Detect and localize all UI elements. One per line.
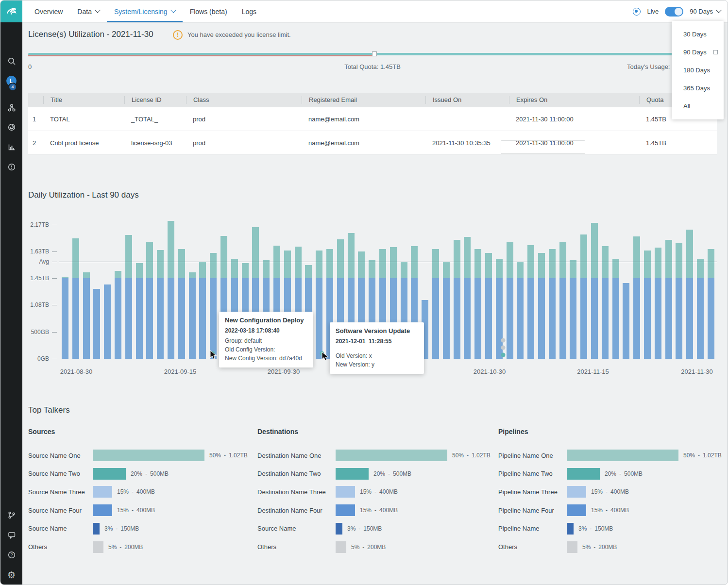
- nav-item-system-licensing[interactable]: System/Licensing: [107, 0, 183, 22]
- usage-bar-overage: [454, 240, 460, 278]
- help-icon[interactable]: ?: [0, 551, 22, 559]
- top-talkers-dash: -: [132, 488, 134, 495]
- top-talkers-size: 400MB: [379, 507, 398, 514]
- top-talkers-bar: [336, 523, 342, 535]
- top-talkers-value: 5%-200MB: [108, 544, 143, 551]
- usage-bar-overage: [178, 249, 185, 278]
- usage-bar-base: [686, 278, 693, 359]
- git-branch-icon[interactable]: [0, 511, 22, 519]
- top-talkers-row: Source Name Two20%-500MB: [28, 468, 169, 480]
- workspace-avatar[interactable]: L 4: [0, 76, 22, 93]
- top-talkers-dash: -: [590, 525, 592, 532]
- search-icon[interactable]: [0, 57, 22, 66]
- nav-item-logs[interactable]: Logs: [235, 0, 264, 22]
- usage-bar-base: [527, 278, 534, 359]
- top-talkers-row: Destination Name Two20%-500MB: [257, 468, 411, 480]
- usage-bar-overage: [496, 259, 503, 278]
- top-talkers-section: SourcesSource Name One50%-1.02TBSource N…: [0, 0, 728, 585]
- column-header-issued-on: Issued On: [425, 96, 509, 104]
- range-selector-value: 90 Days: [690, 8, 713, 15]
- column-header-title: Title: [43, 96, 124, 104]
- y-axis-tick-dash: [52, 359, 57, 359]
- usage-bar-base: [72, 278, 79, 359]
- nav-label: Overview: [34, 8, 63, 16]
- usage-bar-base: [168, 278, 174, 359]
- worker-groups-icon[interactable]: [0, 103, 22, 112]
- usage-bar-overage: [189, 272, 196, 278]
- top-talkers-label: Pipeline Name Four: [498, 507, 567, 514]
- usage-bar-overage: [348, 233, 355, 278]
- notifications-icon[interactable]: [0, 163, 22, 171]
- usage-bar-overage: [295, 247, 302, 278]
- event-marker[interactable]: [501, 353, 506, 357]
- range-selector[interactable]: 90 Days: [690, 8, 721, 15]
- event-marker[interactable]: [501, 346, 506, 350]
- usage-bar-base: [644, 278, 651, 359]
- event-marker[interactable]: [501, 338, 506, 343]
- total-quota-label: Total Quota: 1.45TB: [28, 63, 717, 70]
- live-toggle[interactable]: [665, 7, 683, 17]
- usage-bar-overage: [231, 259, 238, 278]
- table-row: 1 TOTAL _TOTAL_ prod name@email.com 2021…: [28, 107, 717, 131]
- usage-bar-overage: [443, 262, 450, 278]
- usage-bar-overage: [199, 262, 206, 278]
- chevron-down-icon: [170, 7, 176, 13]
- top-talkers-label: Source Name: [28, 525, 93, 532]
- top-talkers-value: 50%-1.02TB: [683, 452, 722, 459]
- usage-bar-base: [580, 278, 587, 359]
- usage-bar-overage: [316, 251, 322, 278]
- top-talkers-dash: -: [116, 525, 118, 532]
- top-talkers-pct: 15%: [360, 488, 372, 495]
- record-icon[interactable]: [0, 123, 22, 132]
- usage-bar-overage: [655, 248, 661, 278]
- top-talkers-dash: -: [388, 470, 390, 477]
- top-talkers-dash: -: [119, 544, 121, 551]
- top-talkers-size: 500MB: [624, 470, 643, 477]
- menu-item-label: 30 Days: [683, 31, 707, 38]
- nav-item-data[interactable]: Data: [70, 0, 107, 22]
- usage-bar-overage: [62, 277, 68, 278]
- y-axis-tick-dash: [52, 262, 57, 262]
- top-talkers-row: Pipeline Name Three15%-400MB: [498, 486, 629, 498]
- chevron-down-icon: [95, 7, 100, 13]
- settings-icon[interactable]: ⚙: [0, 570, 22, 580]
- top-navbar: Overview Data System/Licensing Flows (be…: [22, 0, 728, 23]
- menu-item-30-days[interactable]: 30 Days: [672, 25, 724, 43]
- menu-item-all[interactable]: All: [672, 97, 724, 115]
- usage-bar-base: [115, 278, 121, 359]
- x-axis-tick-label: 2021-11-15: [577, 368, 609, 375]
- top-talkers-dash: -: [145, 470, 147, 477]
- usage-bar-base: [570, 278, 576, 359]
- monitoring-icon[interactable]: [0, 143, 22, 151]
- top-talkers-size: 500MB: [150, 470, 169, 477]
- feedback-icon[interactable]: [0, 531, 22, 539]
- warning-text: You have exceeded you license limit.: [187, 31, 291, 38]
- top-talkers-dash: -: [362, 544, 364, 551]
- nav-item-flows-beta[interactable]: Flows (beta): [183, 0, 235, 22]
- top-talkers-label: Destination Name One: [257, 452, 336, 459]
- usage-bar-base: [708, 278, 714, 359]
- usage-bar-overage: [136, 263, 143, 278]
- top-talkers-size: 400MB: [379, 488, 398, 495]
- usage-bar-overage: [612, 259, 619, 278]
- quota-slider-handle[interactable]: [372, 51, 377, 56]
- x-axis-tick-label: 2021-09-15: [164, 368, 197, 375]
- usage-bar-base: [464, 278, 471, 359]
- usage-bar-overage: [602, 246, 609, 278]
- top-talkers-value: 20%-500MB: [373, 470, 411, 477]
- svg-text:?: ?: [10, 552, 13, 557]
- column-header-class: Class: [186, 96, 302, 104]
- menu-item-180-days[interactable]: 180 Days: [672, 61, 724, 79]
- usage-bar-base: [178, 278, 185, 359]
- app-logo[interactable]: [0, 0, 22, 22]
- menu-item-365-days[interactable]: 365 Days: [672, 79, 724, 97]
- usage-bar-overage: [538, 253, 545, 278]
- cell-quota: 1.45TB: [639, 139, 717, 147]
- top-talkers-value: 15%-400MB: [117, 488, 155, 495]
- nav-item-overview[interactable]: Overview: [27, 0, 70, 22]
- live-indicator-icon[interactable]: [633, 8, 641, 16]
- usage-bar-base: [210, 278, 217, 359]
- menu-item-90-days[interactable]: 90 Days: [672, 43, 724, 61]
- x-axis-tick-label: 2021-08-30: [60, 368, 93, 375]
- top-talkers-label: Pipeline Name One: [498, 452, 567, 459]
